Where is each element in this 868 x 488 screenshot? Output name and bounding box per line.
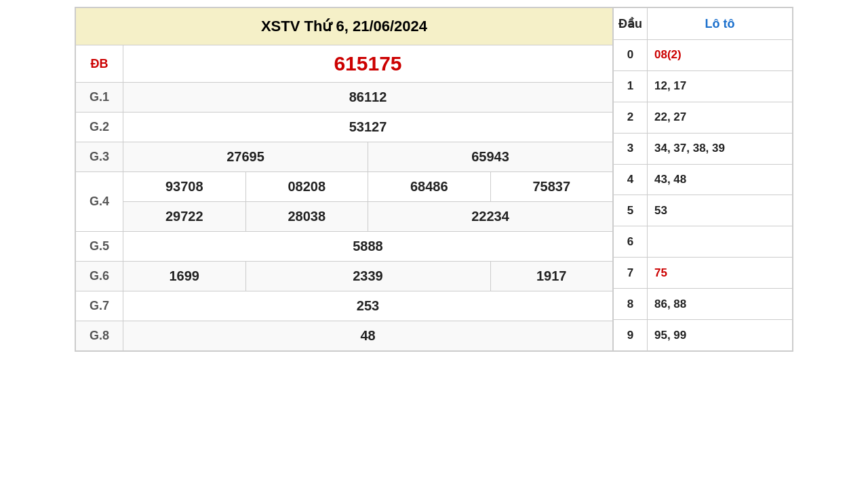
loto-header-dau: Đầu — [614, 8, 648, 40]
loto-dau-4: 4 — [614, 164, 648, 195]
g6-v3: 1917 — [490, 262, 613, 291]
g8-label: G.8 — [76, 321, 123, 351]
loto-val-4: 43, 48 — [648, 164, 793, 195]
loto-val-1: 12, 17 — [648, 70, 793, 102]
loto-table: Đầu Lô tô 0 08(2) 1 12, 17 2 22, 27 3 34… — [613, 7, 793, 351]
g2-row: G.2 53127 — [76, 113, 613, 142]
loto-dau-6: 6 — [614, 226, 648, 258]
loto-val-3: 34, 37, 38, 39 — [648, 133, 793, 164]
g3-value1: 27695 — [123, 142, 368, 172]
loto-val-2: 22, 27 — [648, 102, 793, 133]
g3-row: G.3 27695 65943 — [76, 142, 613, 172]
g4-v6: 28038 — [245, 202, 368, 232]
g4-v5: 29722 — [123, 202, 246, 232]
loto-val-5: 53 — [648, 195, 793, 226]
lottery-table: XSTV Thứ 6, 21/06/2024 ĐB 615175 G.1 861… — [75, 7, 613, 351]
loto-row-2: 2 22, 27 — [614, 102, 793, 133]
g4-v2: 08208 — [245, 172, 368, 202]
loto-val-7: 75 — [648, 258, 793, 289]
g4-v7: 22234 — [368, 202, 613, 232]
g4-row1: G.4 93708 08208 68486 75837 — [76, 172, 613, 202]
g4-v1: 93708 — [123, 172, 246, 202]
db-row: ĐB 615175 — [76, 45, 613, 83]
lottery-title: XSTV Thứ 6, 21/06/2024 — [76, 8, 613, 45]
loto-row-7: 7 75 — [614, 258, 793, 289]
main-container: XSTV Thứ 6, 21/06/2024 ĐB 615175 G.1 861… — [75, 7, 793, 352]
db-value: 615175 — [123, 45, 613, 83]
loto-dau-9: 9 — [614, 320, 648, 351]
loto-val-8: 86, 88 — [648, 289, 793, 320]
g7-label: G.7 — [76, 291, 123, 321]
g6-label: G.6 — [76, 262, 123, 291]
loto-val-6 — [648, 226, 793, 258]
loto-dau-0: 0 — [614, 40, 648, 71]
loto-val-9: 95, 99 — [648, 320, 793, 351]
g6-v1: 1699 — [123, 262, 246, 291]
g1-label: G.1 — [76, 83, 123, 113]
db-label: ĐB — [76, 45, 123, 83]
g3-label: G.3 — [76, 142, 123, 172]
loto-dau-5: 5 — [614, 195, 648, 226]
loto-dau-8: 8 — [614, 289, 648, 320]
g8-value: 48 — [123, 321, 613, 351]
loto-row-4: 4 43, 48 — [614, 164, 793, 195]
loto-header-loto: Lô tô — [648, 8, 793, 40]
loto-dau-7: 7 — [614, 258, 648, 289]
g7-row: G.7 253 — [76, 291, 613, 321]
g8-row: G.8 48 — [76, 321, 613, 351]
g6-v2: 2339 — [245, 262, 490, 291]
loto-row-6: 6 — [614, 226, 793, 258]
g7-value: 253 — [123, 291, 613, 321]
loto-row-5: 5 53 — [614, 195, 793, 226]
loto-row-1: 1 12, 17 — [614, 70, 793, 102]
loto-row-0: 0 08(2) — [614, 40, 793, 71]
loto-row-3: 3 34, 37, 38, 39 — [614, 133, 793, 164]
g4-v4: 75837 — [490, 172, 613, 202]
g1-row: G.1 86112 — [76, 83, 613, 113]
loto-dau-1: 1 — [614, 70, 648, 102]
loto-dau-2: 2 — [614, 102, 648, 133]
g4-label: G.4 — [76, 172, 123, 232]
g4-v3: 68486 — [368, 172, 491, 202]
loto-row-9: 9 95, 99 — [614, 320, 793, 351]
g5-row: G.5 5888 — [76, 232, 613, 262]
g2-value: 53127 — [123, 113, 613, 142]
loto-row-8: 8 86, 88 — [614, 289, 793, 320]
g6-row: G.6 1699 2339 1917 — [76, 262, 613, 291]
loto-dau-3: 3 — [614, 133, 648, 164]
g5-label: G.5 — [76, 232, 123, 262]
g4-row2: 29722 28038 22234 — [76, 202, 613, 232]
g3-value2: 65943 — [368, 142, 613, 172]
g2-label: G.2 — [76, 113, 123, 142]
loto-val-0: 08(2) — [648, 40, 793, 71]
g5-value: 5888 — [123, 232, 613, 262]
g1-value: 86112 — [123, 83, 613, 113]
